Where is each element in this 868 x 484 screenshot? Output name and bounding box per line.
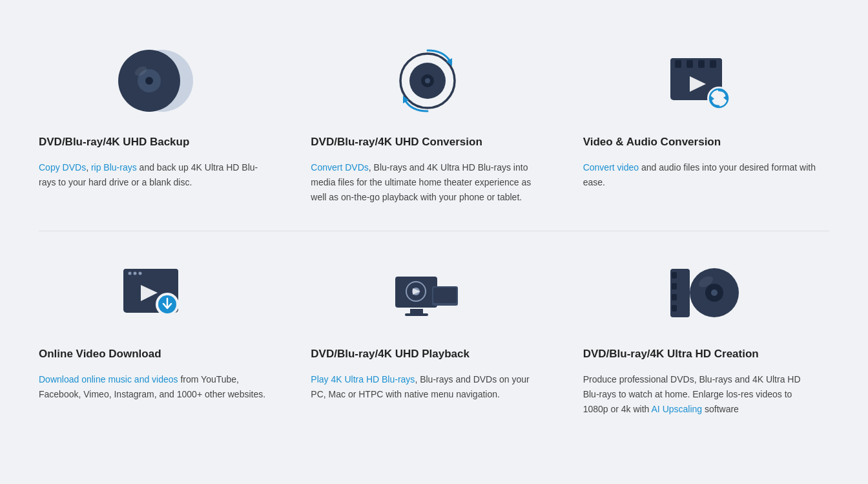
card-dvd-creation: DVD/Blu-ray/4K Ultra HD Creation Produce… <box>570 231 842 443</box>
card-dvd-conversion-desc: Convert DVDs, Blu-rays and 4K Ultra HD B… <box>311 160 544 205</box>
download-music-link[interactable]: Download online music and videos <box>39 374 178 384</box>
copy-dvds-link[interactable]: Copy DVDs <box>39 162 86 173</box>
svg-rect-17 <box>698 60 705 68</box>
card-video-audio-title: Video & Audio Conversion <box>583 136 816 149</box>
card-online-video: Online Video Download Download online mu… <box>26 231 298 443</box>
card-dvd-backup-title: DVD/Blu-ray/4K UHD Backup <box>39 136 272 149</box>
dvd-creation-desc-after: software <box>702 404 739 414</box>
svg-rect-25 <box>123 269 178 278</box>
card-dvd-conversion-title: DVD/Blu-ray/4K UHD Conversion <box>311 136 544 149</box>
dvd-backup-icon <box>39 39 272 123</box>
card-dvd-conversion: DVD/Blu-ray/4K UHD Conversion Convert DV… <box>298 19 570 231</box>
svg-rect-35 <box>405 313 428 316</box>
dvd-playback-icon <box>311 251 544 335</box>
svg-rect-42 <box>672 272 677 279</box>
svg-point-5 <box>145 77 153 85</box>
dvd-creation-icon <box>583 251 816 335</box>
card-dvd-playback: DVD/Blu-ray/4K UHD Playback Play 4K Ultr… <box>298 231 570 443</box>
svg-rect-37 <box>433 288 457 303</box>
svg-point-10 <box>425 78 430 83</box>
card-online-video-title: Online Video Download <box>39 348 272 361</box>
online-video-icon <box>39 251 272 335</box>
card-dvd-playback-title: DVD/Blu-ray/4K UHD Playback <box>311 348 544 361</box>
svg-rect-18 <box>710 60 716 68</box>
card-dvd-creation-desc: Produce professional DVDs, Blu-rays and … <box>583 372 816 417</box>
dvd-conversion-icon <box>311 39 544 123</box>
svg-rect-15 <box>675 60 681 68</box>
svg-point-28 <box>138 272 141 275</box>
card-online-video-desc: Download online music and videos from Yo… <box>39 372 272 402</box>
play-4k-link[interactable]: Play 4K Ultra HD Blu-rays <box>311 374 415 384</box>
card-dvd-backup-desc: Copy DVDs, rip Blu-rays and back up 4K U… <box>39 160 272 190</box>
svg-point-48 <box>711 289 718 296</box>
card-dvd-playback-desc: Play 4K Ultra HD Blu-rays, Blu-rays and … <box>311 372 544 402</box>
card-video-audio: Video & Audio Conversion Convert video a… <box>570 19 842 231</box>
svg-rect-45 <box>672 305 677 311</box>
svg-rect-44 <box>672 294 677 300</box>
svg-rect-16 <box>687 60 693 68</box>
svg-rect-43 <box>672 283 677 289</box>
video-audio-icon <box>583 39 816 123</box>
card-dvd-creation-title: DVD/Blu-ray/4K Ultra HD Creation <box>583 348 816 361</box>
convert-dvds-link[interactable]: Convert DVDs <box>311 162 368 173</box>
ai-upscaling-link[interactable]: AI Upscaling <box>652 404 703 414</box>
convert-video-link[interactable]: Convert video <box>583 162 639 173</box>
card-video-audio-desc: Convert video and audio files into your … <box>583 160 816 190</box>
rip-blurays-link[interactable]: rip Blu-rays <box>91 162 137 173</box>
svg-point-26 <box>128 272 131 275</box>
svg-point-27 <box>133 272 136 275</box>
card-dvd-backup: DVD/Blu-ray/4K UHD Backup Copy DVDs, rip… <box>26 19 298 231</box>
svg-rect-34 <box>410 309 423 314</box>
